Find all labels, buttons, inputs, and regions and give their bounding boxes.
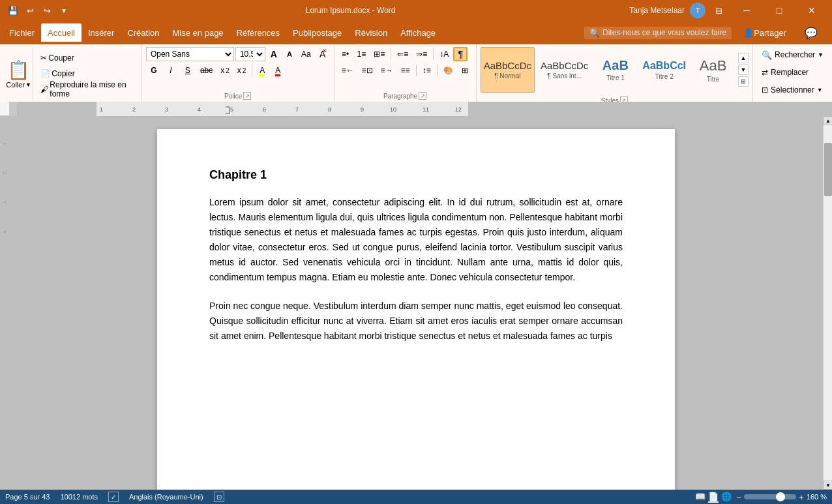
paragraph-2[interactable]: Proin nec congue neque. Vestibulum inter… (209, 299, 623, 344)
zoom-level[interactable]: 160 % (807, 493, 827, 501)
style-normal[interactable]: AaBbCcDc ¶ Normal (481, 47, 535, 93)
replace-button[interactable]: ⇄ Remplacer (757, 65, 813, 80)
multilevel-button[interactable]: ⊞≡ (370, 47, 388, 61)
paragraph-expand-button[interactable]: ↗ (419, 92, 426, 100)
styles-more[interactable]: ⊞ (738, 76, 749, 87)
zoom-in-button[interactable]: + (799, 492, 804, 502)
style-titre2[interactable]: AaBbCcI Titre 2 (639, 47, 689, 93)
close-button[interactable]: ✕ (797, 0, 827, 21)
ribbon-content: 📋 Coller▼ ✂ Couper 📄 Copier 🖌 (0, 44, 832, 102)
menu-creation[interactable]: Création (121, 23, 166, 42)
clear-formatting-button[interactable]: A✕ (316, 47, 330, 61)
styles-scroll-up[interactable]: ▲ (738, 53, 749, 63)
select-button[interactable]: ⊡ Sélectionner ▼ (757, 82, 827, 98)
paragraph-1[interactable]: Lorem ipsum dolor sit amet, consectetur … (209, 195, 623, 286)
format-painter-button[interactable]: 🖌 Reproduire la mise en forme (37, 82, 135, 96)
minimize-button[interactable]: ─ (732, 0, 762, 21)
menu-inserer[interactable]: Insérer (82, 23, 121, 42)
scroll-track[interactable] (824, 125, 832, 481)
page-indicator: Page 5 sur 43 (5, 493, 50, 501)
zoom-slider[interactable] (744, 494, 796, 499)
sort-button[interactable]: ↕A (436, 47, 452, 61)
styles-group-content: AaBbCcDc ¶ Normal AaBbCcDc ¶ Sans int...… (477, 44, 752, 95)
italic-button[interactable]: I (163, 63, 179, 78)
web-layout-button[interactable]: 🌐 (721, 492, 732, 503)
font-name-select[interactable]: Open Sans (146, 47, 234, 61)
subscript-button[interactable]: x2 (217, 63, 233, 78)
user-name: Tanja Metselaar (629, 6, 685, 15)
style-titre1-preview: AaB (602, 58, 629, 73)
scroll-thumb[interactable] (824, 143, 832, 196)
style-titre[interactable]: AaB Titre (692, 47, 734, 93)
menu-publipostage[interactable]: Publipostage (286, 23, 348, 42)
align-center-button[interactable]: ≡⊡ (359, 63, 376, 78)
align-left-button[interactable]: ≡← (338, 63, 357, 78)
menu-fichier[interactable]: Fichier (3, 23, 41, 42)
paste-button[interactable]: 📋 Coller▼ (4, 47, 33, 100)
justify-button[interactable]: ≡≡ (398, 63, 413, 78)
undo-button[interactable]: ↩ (22, 3, 38, 18)
save-button[interactable]: 💾 (5, 3, 21, 18)
menu-affichage[interactable]: Affichage (394, 23, 442, 42)
paragraph-marks-button[interactable]: ¶ (453, 47, 468, 61)
document-area[interactable]: Chapitre 1 Lorem ipsum dolor sit amet, c… (9, 116, 823, 490)
menu-accueil[interactable]: Accueil (41, 23, 82, 42)
tell-me-input[interactable]: 🔍 Dites-nous ce que vous voulez faire (584, 27, 732, 39)
menu-references[interactable]: Références (230, 23, 286, 42)
grow-font-button[interactable]: A (267, 47, 281, 61)
style-sans-int[interactable]: AaBbCcDc ¶ Sans int... (537, 47, 591, 93)
font-size-select[interactable]: 10,5 (235, 47, 265, 61)
scroll-up-button[interactable]: ▲ (824, 116, 832, 125)
zoom-out-button[interactable]: − (737, 492, 742, 502)
copy-button[interactable]: 📄 Copier (37, 67, 135, 81)
borders-button[interactable]: ⊞ (458, 63, 472, 78)
svg-text:8: 8 (328, 106, 331, 113)
redo-button[interactable]: ↪ (39, 3, 55, 18)
svg-rect-2 (468, 102, 832, 116)
maximize-button[interactable]: □ (764, 0, 794, 21)
margin-number-4: 4 (1, 230, 8, 233)
chapter-heading: Chapitre 1 (209, 168, 623, 182)
read-mode-button[interactable]: 📖 (695, 492, 706, 503)
bullets-button[interactable]: ≡• (338, 47, 353, 61)
numbering-button[interactable]: 1≡ (354, 47, 370, 61)
align-right-button[interactable]: ≡→ (378, 63, 396, 78)
font-expand-button[interactable]: ↗ (243, 92, 251, 100)
scroll-down-button[interactable]: ▼ (824, 481, 832, 490)
bold-button[interactable]: G (146, 63, 162, 78)
menu-mise-en-page[interactable]: Mise en page (166, 23, 230, 42)
svg-text:7: 7 (295, 106, 299, 113)
search-placeholder: Dites-nous ce que vous voulez faire (602, 28, 726, 37)
comments-button[interactable]: 💬 (798, 23, 824, 42)
line-spacing-button[interactable]: ↕≡ (419, 63, 434, 78)
svg-text:11: 11 (423, 106, 429, 113)
zoom-thumb[interactable] (776, 492, 785, 501)
svg-text:12: 12 (455, 106, 462, 113)
shrink-font-button[interactable]: A (282, 47, 297, 61)
share-button[interactable]: 👤 Partager (737, 23, 793, 42)
superscript-button[interactable]: x2 (234, 63, 250, 78)
search-button[interactable]: 🔍 Rechercher ▼ (757, 47, 828, 63)
left-margin: 1 2 3 4 (0, 116, 9, 490)
shading-button[interactable]: 🎨 (440, 63, 456, 78)
title-bar: 💾 ↩ ↪ ▼ Lorum Ipsum.docx - Word Tanja Me… (0, 0, 832, 21)
strikethrough-button[interactable]: abc (197, 63, 216, 78)
underline-button[interactable]: S (180, 63, 196, 78)
document-page[interactable]: Chapitre 1 Lorem ipsum dolor sit amet, c… (157, 129, 675, 490)
print-layout-button[interactable]: 📄 (708, 492, 719, 503)
ribbon-display-button[interactable]: ⊟ (711, 3, 726, 18)
customize-qat-button[interactable]: ▼ (56, 3, 72, 18)
window-title: Lorum Ipsum.docx - Word (72, 6, 629, 15)
cut-button[interactable]: ✂ Couper (37, 51, 135, 65)
styles-scroll-down[interactable]: ▼ (738, 65, 749, 75)
main-area: 1 2 3 4 Chapitre 1 Lorem ipsum dolor sit… (0, 116, 832, 490)
style-titre1[interactable]: AaB Titre 1 (594, 47, 636, 93)
decrease-indent-button[interactable]: ⇐≡ (394, 47, 411, 61)
ruler-corner[interactable] (9, 102, 18, 116)
styles-group: AaBbCcDc ¶ Normal AaBbCcDc ¶ Sans int...… (477, 44, 753, 102)
change-case-button[interactable]: Aa (298, 47, 314, 61)
font-color-button[interactable]: A (271, 63, 285, 78)
increase-indent-button[interactable]: ⇒≡ (413, 47, 430, 61)
highlight-color-button[interactable]: A (255, 63, 269, 78)
menu-revision[interactable]: Révision (348, 23, 394, 42)
